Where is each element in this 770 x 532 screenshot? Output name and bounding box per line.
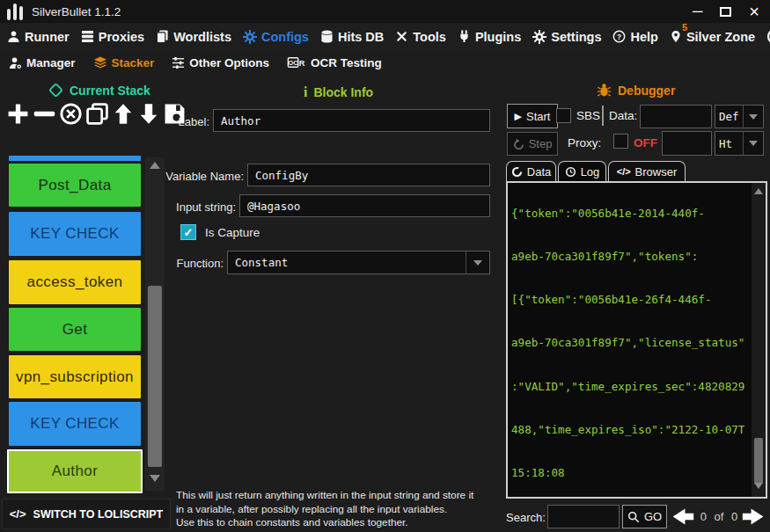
stack-item-partial[interactable] — [9, 156, 141, 161]
log-line: 488,"time_expires_iso":"2122-10-07T — [511, 423, 750, 437]
debugger-log[interactable]: {"token":"0056b41e-2014-440f- a9eb-70ca3… — [506, 181, 767, 499]
log-line: a9eb-70ca301f89f7","license_status" — [511, 336, 750, 350]
submenu-stacker[interactable]: Stacker — [93, 56, 155, 69]
debugger-header: Debugger — [597, 83, 675, 98]
svg-text:?: ? — [617, 33, 621, 41]
function-description: This will just return anything written i… — [176, 489, 473, 530]
step-arrow-icon — [513, 138, 524, 149]
remove-block-button[interactable] — [33, 103, 55, 125]
location-pin-icon — [670, 30, 682, 43]
tab-browser[interactable]: </> Browser — [608, 161, 686, 181]
help-icon: ? — [612, 30, 626, 43]
stack-item[interactable]: access_token — [9, 260, 141, 304]
log-scrollbar[interactable] — [752, 183, 766, 497]
tab-data[interactable]: Data — [506, 161, 556, 181]
window-title: SilverBullet 1.1.2 — [32, 5, 121, 18]
stack-item[interactable]: KEY CHECK — [9, 212, 141, 256]
label-caption: Label: — [141, 115, 209, 128]
menu-wordlists[interactable]: Wordlists — [156, 30, 231, 44]
history-clock-icon[interactable] — [766, 28, 770, 45]
next-match-button[interactable] — [742, 507, 765, 526]
stack-item[interactable]: KEY CHECK — [9, 402, 141, 446]
debugger-data-input[interactable] — [640, 105, 712, 128]
code-icon: </> — [10, 507, 26, 521]
wordlists-icon — [156, 30, 169, 43]
configs-gear-icon — [243, 30, 257, 44]
move-up-button[interactable] — [113, 103, 134, 125]
chevron-down-icon — [744, 141, 763, 146]
disable-block-button[interactable] — [60, 103, 82, 125]
ocr-icon: OCR — [287, 56, 306, 69]
stack-item[interactable]: Get — [9, 308, 141, 351]
menu-plugins[interactable]: Plugins — [458, 30, 521, 44]
close-button[interactable]: × — [749, 4, 759, 18]
menu-hitsdb[interactable]: Hits DB — [320, 30, 384, 44]
submenu-other-options[interactable]: Other Options — [172, 56, 269, 69]
stack-scrollbar-thumb[interactable] — [148, 286, 162, 467]
menu-configs[interactable]: Configs — [243, 30, 309, 44]
prev-match-button[interactable] — [671, 507, 694, 526]
proxy-type-dropdown[interactable]: Ht — [715, 131, 764, 156]
svg-text:OC: OC — [289, 59, 299, 67]
variable-name-input[interactable] — [247, 164, 490, 186]
svg-text:R: R — [299, 59, 305, 68]
stack-item[interactable]: Post_Data — [9, 164, 141, 207]
menu-silver-zone[interactable]: 5 Silver Zone — [670, 30, 755, 44]
switch-to-loliscript-button[interactable]: </> SWITCH TO LOLISCRIPT — [2, 499, 171, 529]
log-search-input[interactable] — [547, 505, 620, 528]
stacker-layers-icon — [93, 56, 107, 69]
manager-icon — [9, 56, 22, 69]
is-capture-checkbox[interactable]: ✓ — [180, 224, 196, 240]
chevron-down-icon — [744, 114, 763, 120]
log-line: [{"token":"0056b41e-26f4-446f- — [511, 293, 750, 307]
data-type-dropdown[interactable]: Def — [715, 105, 764, 128]
function-dropdown[interactable]: Constant — [227, 251, 490, 274]
app-logo-icon — [7, 3, 23, 20]
input-string-input[interactable] — [239, 194, 490, 217]
menu-settings[interactable]: Settings — [532, 30, 601, 44]
is-capture-label: Is Capture — [205, 226, 260, 239]
title-bar: SilverBullet 1.1.2 ─ × — [0, 0, 770, 23]
proxy-status: OFF — [634, 136, 657, 149]
maximize-button[interactable] — [720, 7, 731, 17]
variable-name-caption: Variable Name: — [141, 170, 244, 183]
minimize-button[interactable]: ─ — [693, 4, 702, 19]
scroll-up-arrow[interactable] — [150, 162, 160, 169]
start-button[interactable]: ▶ Start — [507, 104, 558, 128]
menu-proxies[interactable]: Proxies — [81, 30, 144, 44]
proxy-caption: Proxy: — [568, 136, 601, 149]
tab-log[interactable]: Log — [558, 161, 606, 181]
search-go-button[interactable]: GO — [622, 505, 667, 528]
label-input[interactable] — [213, 109, 490, 132]
stack-item[interactable]: vpn_subscription — [9, 355, 141, 398]
log-scrollbar-thumb[interactable] — [754, 438, 763, 484]
menu-tools[interactable]: Tools — [395, 30, 446, 44]
scroll-down-arrow[interactable] — [150, 475, 160, 482]
add-block-button[interactable] — [7, 103, 29, 125]
clone-block-button[interactable] — [86, 103, 108, 125]
search-icon — [627, 511, 640, 523]
sbs-checkbox[interactable] — [556, 108, 571, 123]
info-icon: i — [304, 84, 307, 100]
chevron-down-icon — [466, 260, 489, 266]
settings-gear-icon — [532, 30, 546, 44]
submenu-ocr-testing[interactable]: OCR OCR Testing — [287, 56, 382, 69]
submenu-manager[interactable]: Manager — [9, 56, 76, 69]
proxy-checkbox[interactable] — [613, 134, 628, 149]
stack-item-selected[interactable]: Author — [7, 449, 143, 493]
sbs-label: SBS — [576, 109, 600, 122]
log-line: :"VALID","time_expires_sec":4820829 — [511, 380, 750, 394]
log-line: a9eb-70ca301f89f7","tokens": — [511, 250, 750, 264]
diamond-icon — [48, 83, 63, 98]
menu-help[interactable]: ? Help — [612, 30, 657, 44]
log-line: 15:18:08 — [511, 466, 750, 480]
scroll-up-arrow[interactable] — [754, 188, 763, 194]
proxy-input[interactable] — [662, 131, 712, 156]
step-button[interactable]: Step — [507, 132, 558, 156]
runner-icon — [7, 30, 20, 43]
data-caption: Data: — [609, 109, 637, 122]
menu-runner[interactable]: Runner — [7, 30, 70, 44]
input-string-caption: Input string: — [141, 200, 236, 214]
scroll-down-arrow[interactable] — [754, 483, 763, 489]
function-caption: Function: — [141, 257, 224, 270]
